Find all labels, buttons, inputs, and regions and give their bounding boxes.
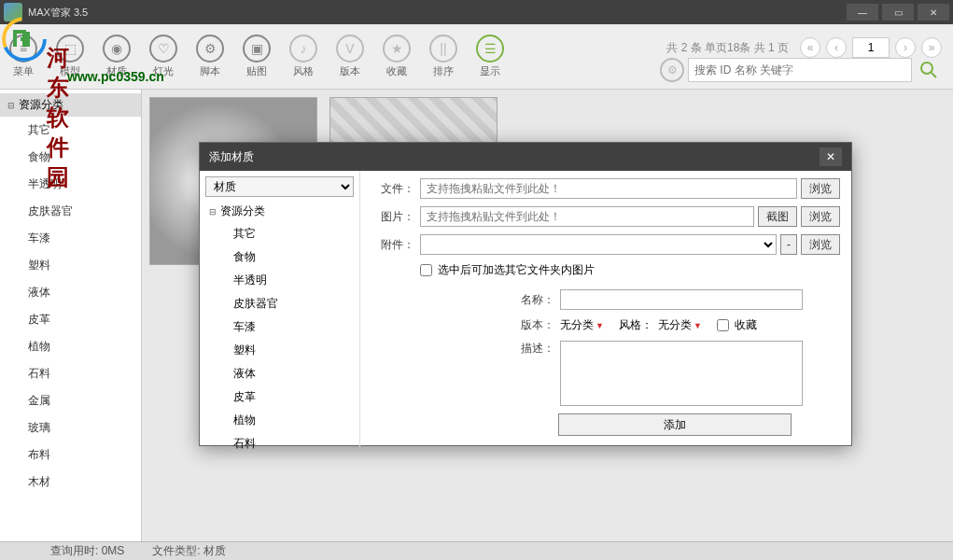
style-label: 风格：	[619, 317, 652, 333]
tool-icon: ⚙	[196, 35, 224, 63]
sidebar-item[interactable]: 车漆	[0, 225, 141, 252]
chevron-down-icon: ▼	[596, 321, 604, 330]
attachment-browse-button[interactable]: 浏览	[801, 234, 840, 255]
dialog-tree-item[interactable]: 其它	[205, 222, 354, 245]
watermark: 河东软件园 www.pc0359.cn	[2, 17, 47, 62]
tool-label: 风格	[293, 64, 314, 78]
dialog-tree-item[interactable]: 塑料	[205, 339, 354, 362]
tool-icon: ♡	[149, 35, 177, 63]
status-file-type: 文件类型: 材质	[152, 543, 226, 559]
category-select[interactable]: 材质	[205, 176, 354, 197]
next-page-button[interactable]: ›	[895, 37, 916, 58]
search-input[interactable]	[688, 58, 912, 82]
tool-显示[interactable]: ☰显示	[476, 35, 504, 78]
tool-贴图[interactable]: ▣贴图	[243, 35, 271, 78]
sidebar-item[interactable]: 布料	[0, 441, 141, 469]
page-input[interactable]	[852, 37, 890, 58]
svg-line-3	[932, 73, 936, 77]
sidebar-item[interactable]: 食物	[0, 144, 141, 171]
tool-label: 收藏	[386, 64, 407, 78]
tool-icon: ▣	[243, 35, 271, 63]
sidebar-item[interactable]: 石料	[0, 360, 141, 387]
dialog-tree-item[interactable]: 皮肤器官	[205, 292, 354, 315]
sidebar-item[interactable]: 植物	[0, 333, 141, 360]
search-button[interactable]	[916, 57, 942, 83]
attachment-select[interactable]	[420, 234, 777, 255]
svg-point-2	[921, 63, 932, 74]
dialog-tree-item[interactable]: 食物	[205, 245, 354, 269]
sidebar-item[interactable]: 玻璃	[0, 414, 141, 441]
sidebar-item[interactable]: 皮革	[0, 306, 141, 333]
add-button[interactable]: 添加	[558, 413, 792, 436]
watermark-url: www.pc0359.cn	[67, 69, 164, 84]
sidebar-item[interactable]: 皮肤器官	[0, 198, 141, 225]
sidebar-item[interactable]: 塑料	[0, 252, 141, 279]
last-page-button[interactable]: »	[921, 37, 942, 58]
tool-label: 显示	[480, 64, 500, 78]
prev-page-button[interactable]: ‹	[826, 37, 847, 58]
watermark-site: 河东软件园	[47, 43, 69, 192]
close-button[interactable]: ✕	[918, 4, 949, 21]
dialog-tree-item[interactable]: 皮革	[205, 385, 354, 409]
collapse-icon: ⊟	[7, 101, 15, 110]
sidebar-item[interactable]: 液体	[0, 279, 141, 306]
include-other-folders-checkbox[interactable]	[420, 264, 432, 276]
style-dropdown[interactable]: 无分类▼	[658, 317, 702, 333]
image-browse-button[interactable]: 浏览	[801, 206, 840, 227]
titlebar: MAX管家 3.5 — ▭ ✕	[0, 0, 953, 24]
dialog-tree-item[interactable]: 植物	[205, 409, 354, 432]
tool-排序[interactable]: ||排序	[429, 35, 457, 78]
tool-icon: ♪	[289, 35, 317, 63]
dialog-category-panel: 材质 ⊟ 资源分类 其它食物半透明皮肤器官车漆塑料液体皮革植物石料	[200, 171, 360, 447]
file-browse-button[interactable]: 浏览	[801, 178, 840, 199]
maximize-button[interactable]: ▭	[882, 4, 914, 21]
page-info: 共 2 条 单页18条 共 1 页	[666, 40, 789, 56]
file-input[interactable]	[420, 178, 797, 199]
attachment-minus-button[interactable]: -	[780, 234, 797, 255]
sidebar: ⊟ 资源分类 其它食物半透明皮肤器官车漆塑料液体皮革植物石料金属玻璃布料木材	[0, 90, 142, 541]
tool-收藏[interactable]: ★收藏	[383, 35, 411, 78]
tool-label: 贴图	[246, 64, 267, 78]
dialog-tree-item[interactable]: 半透明	[205, 269, 354, 292]
tool-风格[interactable]: ♪风格	[289, 35, 317, 78]
sidebar-root[interactable]: ⊟ 资源分类	[0, 93, 141, 117]
version-dropdown[interactable]: 无分类▼	[560, 317, 604, 333]
attachment-label: 附件：	[371, 237, 414, 253]
dialog-tree-item[interactable]: 液体	[205, 362, 354, 385]
status-query-time: 查询用时: 0MS	[50, 543, 124, 559]
dialog-titlebar[interactable]: 添加材质 ✕	[200, 143, 851, 171]
description-textarea[interactable]	[560, 341, 803, 406]
tool-icon: ☰	[476, 35, 504, 63]
search-icon	[919, 61, 938, 79]
add-material-dialog: 添加材质 ✕ 材质 ⊟ 资源分类 其它食物半透明皮肤器官车漆塑料液体皮革植物石料…	[199, 142, 852, 446]
tool-label: 脚本	[200, 64, 220, 78]
screenshot-button[interactable]: 截图	[758, 206, 797, 227]
sidebar-item[interactable]: 其它	[0, 117, 141, 144]
tool-icon: V	[336, 35, 364, 63]
watermark-logo-icon	[2, 17, 47, 62]
collect-checkbox[interactable]	[717, 319, 729, 331]
dialog-tree-item[interactable]: 车漆	[205, 315, 354, 339]
statusbar: 查询用时: 0MS 文件类型: 材质	[0, 541, 953, 560]
checkbox-label: 选中后可加选其它文件夹内图片	[438, 262, 595, 278]
image-input[interactable]	[420, 206, 754, 227]
tool-版本[interactable]: V版本	[336, 35, 364, 78]
dialog-tree-item[interactable]: 石料	[205, 432, 354, 455]
tool-脚本[interactable]: ⚙脚本	[196, 35, 224, 78]
tool-label: 版本	[340, 64, 360, 78]
sidebar-item[interactable]: 半透明	[0, 171, 141, 198]
minimize-button[interactable]: —	[847, 4, 878, 21]
collect-label: 收藏	[735, 317, 757, 333]
toolbar-paging: 共 2 条 单页18条 共 1 页 « ‹ › »	[666, 37, 942, 58]
dialog-tree-root[interactable]: ⊟ 资源分类	[205, 201, 354, 222]
sidebar-item[interactable]: 木材	[0, 469, 141, 496]
sidebar-item[interactable]: 金属	[0, 387, 141, 414]
app-title: MAX管家 3.5	[28, 6, 843, 20]
first-page-button[interactable]: «	[800, 37, 820, 58]
dialog-close-button[interactable]: ✕	[820, 147, 842, 166]
toolbar-search: ⚙	[660, 57, 942, 83]
name-input[interactable]	[560, 289, 803, 310]
settings-icon[interactable]: ⚙	[660, 58, 684, 82]
description-label: 描述：	[512, 341, 554, 357]
file-label: 文件：	[371, 181, 414, 197]
